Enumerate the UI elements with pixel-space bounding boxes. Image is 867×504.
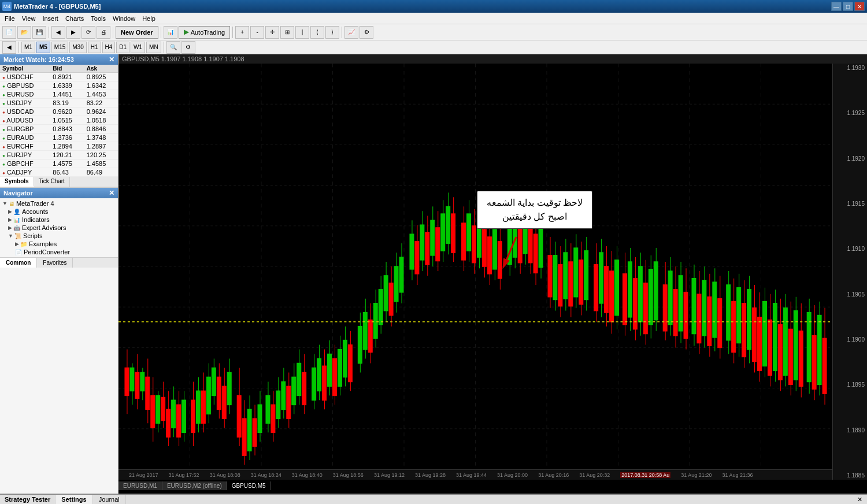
autotrading-button[interactable]: ▶ AutoTrading xyxy=(179,26,231,39)
toolbar-zoom-out[interactable]: - xyxy=(250,26,264,39)
svg-rect-47 xyxy=(201,391,205,423)
toolbar-grid[interactable]: ⊞ xyxy=(280,26,294,39)
toolbar-period-sep[interactable]: | xyxy=(295,26,309,39)
chart-header: GBPUSD,M5 1.1907 1.1908 1.1907 1.1908 xyxy=(118,54,867,64)
time-2: 31 Aug 17:52 xyxy=(169,472,199,478)
time-1: 21 Aug 2017 xyxy=(129,472,158,478)
menu-insert[interactable]: Insert xyxy=(39,14,62,23)
ask-value: 83.22 xyxy=(84,99,118,108)
menu-file[interactable]: File xyxy=(1,14,18,23)
nav-scripts[interactable]: ▼ 📜 Scripts xyxy=(1,232,117,240)
nav-accounts[interactable]: ▶ 👤 Accounts xyxy=(1,207,117,216)
market-watch-row[interactable]: ● AUDUSD 1.0515 1.0518 xyxy=(0,116,118,125)
market-watch-row[interactable]: ● USDJPY 83.19 83.22 xyxy=(0,99,118,108)
market-watch-scroll[interactable]: Symbol Bid Ask ● USDCHF 0.8921 0.8925 ● … xyxy=(0,65,118,177)
tf-mn[interactable]: MN xyxy=(146,42,161,53)
market-watch-row[interactable]: ● EURAUD 1.3736 1.3748 xyxy=(0,134,118,142)
toolbar-open[interactable]: 📂 xyxy=(17,26,31,39)
toolbar-new-chart[interactable]: 📄 xyxy=(2,26,16,39)
tf-m1[interactable]: M1 xyxy=(21,42,35,53)
tf-m30[interactable]: M30 xyxy=(69,42,86,53)
svg-rect-65 xyxy=(253,418,257,446)
maximize-button[interactable]: □ xyxy=(843,2,853,11)
svg-rect-239 xyxy=(753,308,757,362)
svg-rect-213 xyxy=(679,276,683,331)
nav-period-converter[interactable]: 📄 PeriodConverter xyxy=(1,248,117,256)
tf-w1[interactable]: W1 xyxy=(131,42,145,53)
toolbar-scroll-right[interactable]: ⟩ xyxy=(325,26,339,39)
market-watch-row[interactable]: ● CADJPY 86.43 86.49 xyxy=(0,168,118,177)
scripts-icon: 📜 xyxy=(14,233,21,239)
tab-tick-chart[interactable]: Tick Chart xyxy=(34,177,70,187)
chart-tab-eurusd-m2[interactable]: EURUSD,M2 (offline) xyxy=(162,481,227,490)
toolbar-back[interactable]: ◀ xyxy=(51,26,65,39)
market-watch-close[interactable]: ✕ xyxy=(109,55,114,64)
market-watch-row[interactable]: ● EURGBP 0.8843 0.8846 xyxy=(0,125,118,134)
minimize-button[interactable]: — xyxy=(831,2,842,11)
symbol-name: ● GBPUSD xyxy=(0,81,50,90)
market-watch-row[interactable]: ● GBPUSD 1.6339 1.6342 xyxy=(0,81,118,90)
tf-m15[interactable]: M15 xyxy=(51,42,68,53)
time-11: 31 Aug 20:16 xyxy=(538,472,569,478)
time-6: 31 Aug 18:56 xyxy=(333,472,364,478)
tf-d1[interactable]: D1 xyxy=(116,42,129,53)
market-watch-row[interactable]: ● EURCHF 1.2894 1.2897 xyxy=(0,142,118,151)
tf-h1[interactable]: H1 xyxy=(88,42,101,53)
nav-examples[interactable]: ▶ 📁 Examples xyxy=(1,240,117,248)
svg-rect-229 xyxy=(727,285,731,340)
toolbar-settings[interactable]: ⚙ xyxy=(360,26,373,39)
strategy-tester-close[interactable]: ✕ xyxy=(857,496,862,503)
navigator-close[interactable]: ✕ xyxy=(109,189,114,197)
toolbar-crosshair[interactable]: ✛ xyxy=(265,26,279,39)
time-4: 31 Aug 18:24 xyxy=(251,472,281,478)
toolbar-indicators[interactable]: 📈 xyxy=(344,26,358,39)
new-order-button[interactable]: New Order xyxy=(116,26,158,39)
tf-search[interactable]: 🔍 xyxy=(166,41,180,54)
toolbar-refresh[interactable]: ⟳ xyxy=(81,26,95,39)
annotation-box: لاحظ توقيت بداية الشمعه اصبح كل دقيقتين xyxy=(477,191,592,229)
toolbar-zoom-in[interactable]: + xyxy=(235,26,249,39)
market-watch-row[interactable]: ● GBPCHF 1.4575 1.4585 xyxy=(0,160,118,168)
menu-charts[interactable]: Charts xyxy=(62,14,87,23)
nav-expert-advisors[interactable]: ▶ 🤖 Expert Advisors xyxy=(1,224,117,232)
toolbar-forward[interactable]: ▶ xyxy=(66,26,80,39)
toolbar-scroll-left[interactable]: ⟨ xyxy=(310,26,324,39)
svg-rect-259 xyxy=(807,313,811,382)
tab-common[interactable]: Common xyxy=(0,258,37,268)
tab-favorites[interactable]: Favorites xyxy=(37,258,73,268)
menu-window[interactable]: Window xyxy=(109,14,139,23)
autotrading-label: AutoTrading xyxy=(191,29,225,36)
chart-tab-eurusd-m1[interactable]: EURUSD,M1 xyxy=(118,481,162,490)
title-bar: M4 MetaTrader 4 - [GBPUSD,M5] — □ ✕ xyxy=(0,0,867,13)
chart-tab-gbpusd-m5[interactable]: GBPUSD,M5 xyxy=(227,481,271,490)
chart-tabs: EURUSD,M1 EURUSD,M2 (offline) GBPUSD,M5 xyxy=(118,481,271,490)
market-watch-row[interactable]: ● USDCHF 0.8921 0.8925 xyxy=(0,73,118,81)
menu-tools[interactable]: Tools xyxy=(87,14,109,23)
tf-h4[interactable]: H4 xyxy=(102,42,116,53)
svg-rect-123 xyxy=(420,225,424,260)
market-watch-row[interactable]: ● EURJPY 120.21 120.25 xyxy=(0,151,118,160)
tf-arrow-left[interactable]: ◀ xyxy=(2,41,16,54)
tab-journal[interactable]: Journal xyxy=(93,495,126,504)
menu-view[interactable]: View xyxy=(18,14,39,23)
symbol-name: ● USDCHF xyxy=(0,73,50,81)
menu-help[interactable]: Help xyxy=(139,14,159,23)
tab-symbols[interactable]: Symbols xyxy=(0,177,34,187)
close-button[interactable]: ✕ xyxy=(854,2,865,11)
nav-metatrader4[interactable]: ▼ 🖥 MetaTrader 4 xyxy=(1,199,117,207)
chart-canvas[interactable]: 1.1930 1.1925 1.1920 1.1915 1.1910 1.190… xyxy=(118,64,867,490)
sep3 xyxy=(161,27,161,38)
toolbar-chart-bar[interactable]: 📊 xyxy=(164,26,177,39)
nav-indicators[interactable]: ▶ 📊 Indicators xyxy=(1,216,117,224)
svg-rect-127 xyxy=(431,220,435,255)
price-1900: 1.1900 xyxy=(833,336,867,343)
tab-settings[interactable]: Settings xyxy=(55,495,92,504)
toolbar-save[interactable]: 💾 xyxy=(32,26,46,39)
tf-m5[interactable]: M5 xyxy=(36,42,50,53)
toolbar-print[interactable]: 🖨 xyxy=(97,26,110,39)
market-watch-row[interactable]: ● EURUSD 1.4451 1.4453 xyxy=(0,90,118,99)
market-watch-row[interactable]: ● USDCAD 0.9620 0.9624 xyxy=(0,108,118,116)
tf-settings2[interactable]: ⚙ xyxy=(181,41,195,54)
svg-rect-29 xyxy=(151,395,155,428)
title-bar-controls[interactable]: — □ ✕ xyxy=(831,2,865,11)
